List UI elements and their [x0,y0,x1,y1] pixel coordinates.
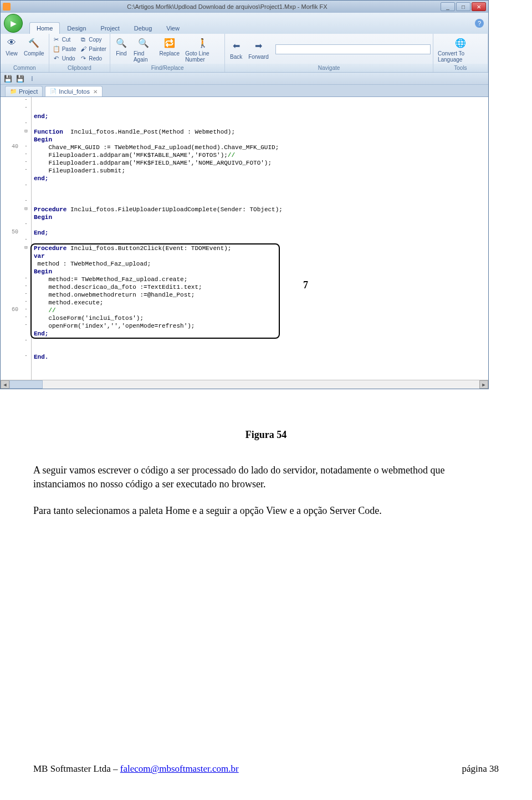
goto-line-button[interactable]: 🚶Goto Line Number [183,35,222,64]
maximize-button[interactable]: □ [456,2,470,11]
save-icon: 💾 [4,75,12,83]
copy-icon: ⧉ [79,35,87,43]
clipboard-icon: 📋 [53,45,60,53]
ribbon-group-findreplace: 🔍Find 🔍Find Again 🔁Replace 🚶Goto Line Nu… [110,34,225,72]
titlebar: C:\Artigos Morfik\Updload Download de ar… [1,1,488,13]
tab-project[interactable]: Project [94,22,127,34]
find-button[interactable]: 🔍Find [112,35,130,58]
line-number-50: 50 [3,229,18,237]
hammer-icon: 🔨 [27,36,40,49]
redo-icon: ↷ [79,54,87,62]
navigate-dropdown[interactable] [275,44,431,54]
common-group-label: Common [1,64,49,72]
page-number: 38 [489,763,499,774]
undo-icon: ↶ [53,54,60,62]
scroll-track[interactable] [9,380,479,389]
search-again-icon: 🔍 [137,36,150,49]
help-button[interactable]: ? [475,19,484,28]
document-body: Figura 54 A seguir vamos escrever o códi… [0,389,532,542]
line-number-40: 40 [3,144,18,151]
copy-button[interactable]: ⧉Copy [78,35,108,44]
scroll-right-icon[interactable]: ► [479,380,488,389]
app-icon [3,3,11,11]
brush-icon: 🖌 [79,45,87,53]
play-icon: ▶ [11,19,17,28]
ribbon: 👁 View 🔨 Compile Common ✂Cut 📋Paste ↶Und… [1,34,488,73]
tab-close-icon[interactable]: ✕ [93,89,98,95]
tools-group-label: Tools [433,64,488,72]
window-buttons: _ □ ✕ [441,2,486,11]
convert-button[interactable]: 🌐Convert To Language [436,35,485,64]
footer-email-link[interactable]: falecom@mbsoftmaster.com.br [120,763,239,774]
orb-row: ▶ Home Design Project Debug View ? [1,13,488,34]
line-gutter: - - - ⊟ 40- - - - - - ⊟ - 50 - ⊟ - - - [1,97,32,380]
quick-access-bar: 💾 💾 ⁞ [1,73,488,85]
cut-button[interactable]: ✂Cut [52,35,78,44]
tab-debug[interactable]: Debug [127,22,159,34]
doc-tab-inclui-fotos[interactable]: 📄 Inclui_fotos ✕ [45,86,103,96]
goto-icon: 🚶 [196,36,209,49]
compile-button[interactable]: 🔨 Compile [22,35,47,58]
paragraph-2: Para tanto selecionamos a paleta Home e … [33,504,499,517]
footer-left: MB Softmaster Ltda – falecom@mbsoftmaste… [33,763,239,774]
redo-button[interactable]: ↷Redo [78,54,108,63]
window-title: C:\Artigos Morfik\Updload Download de ar… [14,3,441,10]
scroll-thumb[interactable] [9,380,43,389]
ribbon-group-tools: 🌐Convert To Language Tools [433,34,488,72]
compile-label: Compile [24,50,44,57]
footer-right: página 38 [462,763,499,774]
clipboard-group-label: Clipboard [49,64,110,72]
back-icon: ⬅ [229,39,243,53]
tab-view[interactable]: View [159,22,187,34]
doc-tab-project-label: Project [19,88,38,95]
eye-icon: 👁 [5,36,18,49]
scroll-left-icon[interactable]: ◄ [1,380,9,389]
tab-design[interactable]: Design [60,22,93,34]
orb-button[interactable]: ▶ [4,14,23,33]
replace-button[interactable]: 🔁Replace [157,35,182,58]
page-footer: MB Softmaster Ltda – falecom@mbsoftmaste… [0,752,532,791]
view-label: View [6,50,18,57]
convert-icon: 🌐 [454,36,467,49]
horizontal-scrollbar[interactable]: ◄ ► [1,380,488,389]
close-button[interactable]: ✕ [472,2,486,11]
minimize-button[interactable]: _ [441,2,455,11]
qa-saveall-button[interactable]: 💾 [15,74,25,84]
code-area[interactable]: end; Function Inclui_fotos.Handle_Post(M… [32,97,488,380]
ribbon-group-navigate: ⬅Back ➡Forward Navigate [225,34,433,72]
findreplace-group-label: Find/Replace [110,64,224,72]
paste-button[interactable]: 📋Paste [52,44,78,53]
doc-tab-active-label: Inclui_fotos [59,88,90,95]
navigate-group-label: Navigate [225,64,433,72]
view-button[interactable]: 👁 View [3,35,21,58]
forward-icon: ➡ [252,39,265,53]
search-icon: 🔍 [115,36,128,49]
form-icon: 📄 [50,88,57,95]
scissors-icon: ✂ [53,35,60,43]
ribbon-group-clipboard: ✂Cut 📋Paste ↶Undo ⧉Copy 🖌Painter ↷Redo C… [49,34,110,72]
qa-save-button[interactable]: 💾 [3,74,13,84]
replace-icon: 🔁 [163,36,176,49]
saveall-icon: 💾 [16,75,24,83]
ribbon-group-common: 👁 View 🔨 Compile Common [1,34,49,72]
painter-button[interactable]: 🖌Painter [78,44,108,53]
find-again-button[interactable]: 🔍Find Again [131,35,156,64]
menu-tabs: Home Design Project Debug View [29,13,187,34]
code-editor[interactable]: - - - ⊟ 40- - - - - - ⊟ - 50 - ⊟ - - - [1,97,488,380]
forward-button[interactable]: ➡Forward [246,38,271,61]
line-number-60: 60 [3,307,18,314]
document-tabs: 📁 Project 📄 Inclui_fotos ✕ [1,85,488,97]
paragraph-1: A seguir vamos escrever o código a ser p… [33,463,499,491]
back-button[interactable]: ⬅Back [227,38,245,61]
figure-caption: Figura 54 [33,428,499,441]
annotation-7: 7 [303,281,308,289]
undo-button[interactable]: ↶Undo [52,54,78,63]
doc-tab-project[interactable]: 📁 Project [5,86,43,96]
qa-separator: ⁞ [27,74,37,84]
ide-window: C:\Artigos Morfik\Updload Download de ar… [0,0,489,389]
tab-home[interactable]: Home [29,22,60,34]
project-icon: 📁 [10,88,17,95]
